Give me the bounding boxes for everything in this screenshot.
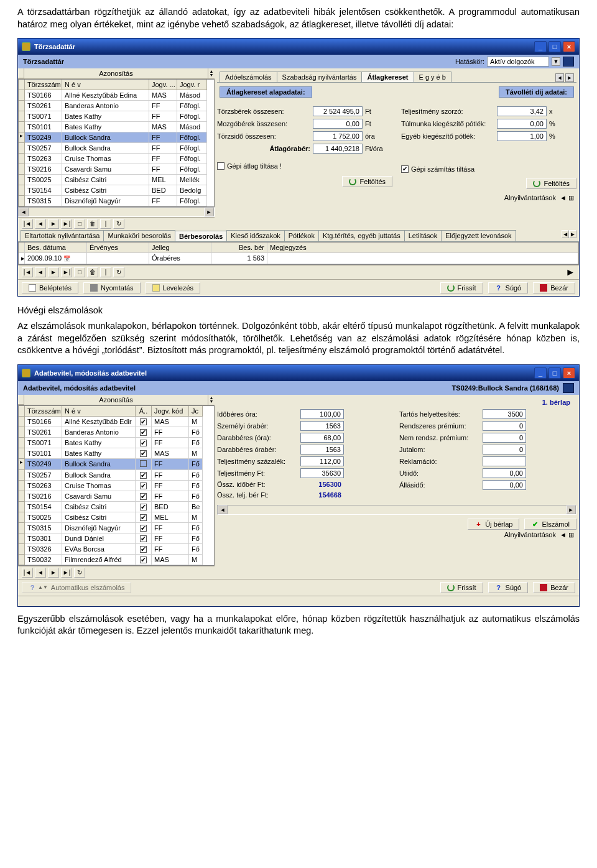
field-input[interactable] <box>300 456 344 466</box>
inp-tulmunka[interactable] <box>497 119 547 129</box>
table-row[interactable]: TS0263Cruise ThomasFFFőfogl. <box>19 154 214 164</box>
subtab[interactable]: Letiltások <box>404 230 442 241</box>
col-jogvk[interactable]: Jogv. r <box>177 80 207 90</box>
col2-tsz[interactable]: Törzsszám <box>25 406 62 417</box>
tab-scroll-right[interactable]: ► <box>565 73 574 82</box>
table-row[interactable]: TS0257Bullock Sandra✔FFFő <box>19 470 214 481</box>
subtab-scroll-left[interactable]: ◄ <box>562 230 569 238</box>
employee-grid[interactable]: Törzsszám N é v Jogv. ... Jogv. r TS0166… <box>18 79 215 207</box>
inp-mozgober[interactable] <box>313 119 363 129</box>
btn-bezar-2[interactable]: Bezár <box>533 582 575 593</box>
col-torzsszam[interactable]: Törzsszám <box>25 80 62 90</box>
sg-col-ervenyes[interactable]: Érvényes <box>87 242 149 253</box>
subtab-scroll-right[interactable]: ► <box>569 230 576 238</box>
table-row[interactable]: TS0261Banderas AntonioFFFőfogl. <box>19 101 214 111</box>
pinned-icon-2[interactable] <box>563 383 574 393</box>
table-row[interactable]: TS0032Filmrendező Alfréd✔MASM <box>19 555 214 565</box>
sub-nav-next[interactable]: ► <box>48 267 59 277</box>
table-row[interactable]: TS0154Csibész CsitriBEDBedolg <box>19 185 214 196</box>
sub-nav-first[interactable]: |◄ <box>22 267 33 277</box>
btn-nyomtatas[interactable]: Nyomtatás <box>83 282 141 293</box>
btn-elszamol[interactable]: ✔Elszámol <box>524 519 576 530</box>
tab-adoelszamolas[interactable]: Adóelszámolás <box>220 72 277 82</box>
table-row[interactable]: TS0326EVAs Borcsa✔FFFő <box>19 544 214 555</box>
btn-frissit-2[interactable]: Frissít <box>440 582 483 593</box>
grid-sort-arrows-2[interactable]: ▲▼ <box>208 395 215 405</box>
field-input[interactable] <box>300 433 344 443</box>
sg-cell-jelleg[interactable]: Órabéres <box>149 253 211 264</box>
inp-egyebpotlek[interactable] <box>497 131 547 141</box>
grid-sort-arrows[interactable]: ▲▼ <box>208 68 215 78</box>
col2-jogv[interactable]: Jogv. kód <box>152 406 189 417</box>
table-row[interactable]: TS0263Cruise Thomas✔FFFő <box>19 481 214 491</box>
field-input[interactable] <box>483 433 526 443</box>
scope-dropdown[interactable] <box>487 57 549 67</box>
scroll-right-icon[interactable]: ► <box>565 267 575 278</box>
field-input[interactable] <box>483 421 526 431</box>
sg-col-jelleg[interactable]: Jelleg <box>149 242 211 253</box>
g2-nav-next[interactable]: ► <box>48 568 59 578</box>
subtab[interactable]: Munkaköri besorolás <box>103 230 175 241</box>
subtab[interactable]: Eltartottak nyilvántartása <box>21 230 104 241</box>
tab-atlagkereset[interactable]: Átlagkereset <box>361 72 414 83</box>
panel-h-scrollbar[interactable]: ◄► <box>217 505 576 515</box>
nav-first[interactable]: |◄ <box>22 219 33 229</box>
btn-uj-berlap[interactable]: +Új bérlap <box>468 519 519 530</box>
field-input[interactable] <box>300 409 344 419</box>
maximize-button[interactable]: □ <box>548 41 561 52</box>
btn-feltoltes-right[interactable]: Feltöltés <box>526 178 576 189</box>
subtab[interactable]: Pótlékok <box>284 230 319 241</box>
g2-nav-last[interactable]: ►| <box>61 568 72 578</box>
g2-nav-refresh[interactable]: ↻ <box>74 568 85 578</box>
sg-col-date[interactable]: Bes. dátuma <box>25 242 87 253</box>
chk-gepi-atlag[interactable]: Gépi átlag tiltása ! <box>217 162 282 170</box>
table-row[interactable]: ▸TS0249Bullock SandraFFFő <box>19 459 214 470</box>
field-input[interactable] <box>483 480 526 490</box>
maximize-button-2[interactable]: □ <box>548 367 561 379</box>
close-button[interactable]: × <box>563 41 575 52</box>
subtab[interactable]: Bérbesorolás <box>175 231 227 242</box>
scope-dropdown-arrow[interactable]: ▼ <box>552 57 560 66</box>
titlebar-2[interactable]: Adatbevitel, módosítás adatbevitel _ □ × <box>18 365 579 381</box>
col-nev[interactable]: N é v <box>62 80 149 90</box>
pinned-icon[interactable] <box>563 57 574 67</box>
sub-nav-del[interactable]: 🗑 <box>87 267 98 277</box>
table-row[interactable]: TS0025Csibész Csitri✔MELM <box>19 512 214 523</box>
employee-grid-2[interactable]: Törzsszám N é v Á.. Jogv. kód Jc TS0166A… <box>18 405 215 566</box>
table-row[interactable]: TS0154Csibész Csitri✔BEDBe <box>19 502 214 512</box>
sub-nav-new[interactable]: □ <box>74 267 85 277</box>
sg-cell-date[interactable]: 2009.09.10 📅 <box>25 253 87 264</box>
table-row[interactable]: TS0257Bullock SandraFFFőfogl. <box>19 143 214 154</box>
table-row[interactable]: TS0216Csavardi Samu✔FFFő <box>19 491 214 502</box>
g2-nav-first[interactable]: |◄ <box>22 568 33 578</box>
field-input[interactable] <box>300 421 344 431</box>
table-row[interactable]: TS0315Disznófejű Nagyúr✔FFFő <box>19 523 214 533</box>
nav-last[interactable]: ►| <box>61 219 72 229</box>
sg-cell-megj[interactable] <box>267 253 578 264</box>
field-input[interactable] <box>483 409 526 419</box>
minimize-button[interactable]: _ <box>534 41 547 52</box>
tab-scroll-left[interactable]: ◄ <box>555 73 564 82</box>
inp-torzsber[interactable] <box>313 106 363 116</box>
btn-beleptetes[interactable]: Beléptetés <box>22 282 78 293</box>
field-input[interactable] <box>483 456 526 466</box>
btn-levelezes[interactable]: Levelezés <box>146 282 201 293</box>
berbesorolas-grid[interactable]: Bes. dátuma Érvényes Jelleg Bes. bér Meg… <box>18 242 579 265</box>
sg-cell-ber[interactable]: 1 563 <box>211 253 267 264</box>
sg-col-megj[interactable]: Megjegyzés <box>267 242 578 253</box>
table-row[interactable]: TS0101Bates KathyMASMásod <box>19 122 214 132</box>
table-row[interactable]: TS0315Disznófejű NagyúrFFFőfogl. <box>19 196 214 206</box>
btn-sugo[interactable]: ?Súgó <box>488 282 529 293</box>
sg-cell-erv[interactable] <box>87 253 149 264</box>
subtab[interactable]: Kieső időszakok <box>226 230 285 241</box>
col2-jc[interactable]: Jc <box>189 406 203 417</box>
field-input[interactable] <box>483 468 526 478</box>
col2-a[interactable]: Á.. <box>136 406 152 417</box>
table-row[interactable]: TS0301Dundi Dániel✔FFFő <box>19 533 214 544</box>
inp-atlagoraber[interactable] <box>313 144 363 154</box>
table-row[interactable]: TS0216Csavardi SamuFFFőfogl. <box>19 164 214 175</box>
g2-nav-prev[interactable]: ◄ <box>35 568 46 578</box>
sub-nav-prev[interactable]: ◄ <box>35 267 46 277</box>
col-jogv[interactable]: Jogv. ... <box>149 80 177 90</box>
nav-delete[interactable]: 🗑 <box>87 219 98 229</box>
